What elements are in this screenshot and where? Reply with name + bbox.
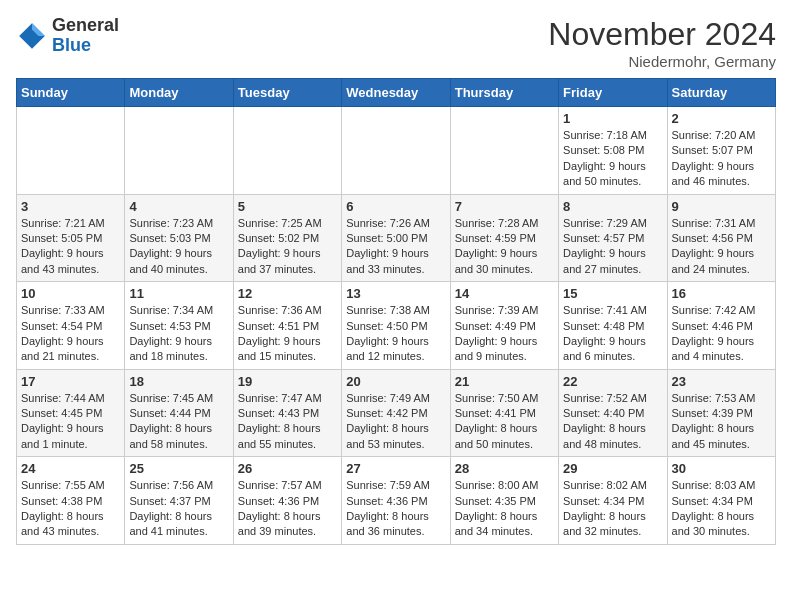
calendar-cell [342, 107, 450, 195]
header-day-thursday: Thursday [450, 79, 558, 107]
day-info: Sunrise: 7:57 AM Sunset: 4:36 PM Dayligh… [238, 478, 337, 540]
header-day-monday: Monday [125, 79, 233, 107]
day-info: Sunrise: 7:36 AM Sunset: 4:51 PM Dayligh… [238, 303, 337, 365]
day-number: 13 [346, 286, 445, 301]
header-row: SundayMondayTuesdayWednesdayThursdayFrid… [17, 79, 776, 107]
title-block: November 2024 Niedermohr, Germany [548, 16, 776, 70]
day-number: 9 [672, 199, 771, 214]
day-number: 5 [238, 199, 337, 214]
calendar-cell: 18Sunrise: 7:45 AM Sunset: 4:44 PM Dayli… [125, 369, 233, 457]
calendar-cell: 25Sunrise: 7:56 AM Sunset: 4:37 PM Dayli… [125, 457, 233, 545]
day-number: 16 [672, 286, 771, 301]
day-info: Sunrise: 7:52 AM Sunset: 4:40 PM Dayligh… [563, 391, 662, 453]
week-row-1: 1Sunrise: 7:18 AM Sunset: 5:08 PM Daylig… [17, 107, 776, 195]
day-number: 25 [129, 461, 228, 476]
week-row-5: 24Sunrise: 7:55 AM Sunset: 4:38 PM Dayli… [17, 457, 776, 545]
calendar-cell: 15Sunrise: 7:41 AM Sunset: 4:48 PM Dayli… [559, 282, 667, 370]
calendar-cell: 13Sunrise: 7:38 AM Sunset: 4:50 PM Dayli… [342, 282, 450, 370]
header-day-sunday: Sunday [17, 79, 125, 107]
day-info: Sunrise: 7:20 AM Sunset: 5:07 PM Dayligh… [672, 128, 771, 190]
calendar-cell: 3Sunrise: 7:21 AM Sunset: 5:05 PM Daylig… [17, 194, 125, 282]
day-info: Sunrise: 8:00 AM Sunset: 4:35 PM Dayligh… [455, 478, 554, 540]
calendar-cell: 12Sunrise: 7:36 AM Sunset: 4:51 PM Dayli… [233, 282, 341, 370]
calendar-table: SundayMondayTuesdayWednesdayThursdayFrid… [16, 78, 776, 545]
day-info: Sunrise: 7:21 AM Sunset: 5:05 PM Dayligh… [21, 216, 120, 278]
day-info: Sunrise: 7:49 AM Sunset: 4:42 PM Dayligh… [346, 391, 445, 453]
calendar-cell: 26Sunrise: 7:57 AM Sunset: 4:36 PM Dayli… [233, 457, 341, 545]
day-number: 18 [129, 374, 228, 389]
calendar-cell: 8Sunrise: 7:29 AM Sunset: 4:57 PM Daylig… [559, 194, 667, 282]
day-number: 8 [563, 199, 662, 214]
calendar-cell: 21Sunrise: 7:50 AM Sunset: 4:41 PM Dayli… [450, 369, 558, 457]
calendar-cell: 29Sunrise: 8:02 AM Sunset: 4:34 PM Dayli… [559, 457, 667, 545]
day-info: Sunrise: 7:38 AM Sunset: 4:50 PM Dayligh… [346, 303, 445, 365]
day-number: 21 [455, 374, 554, 389]
day-number: 23 [672, 374, 771, 389]
location: Niedermohr, Germany [548, 53, 776, 70]
day-info: Sunrise: 7:29 AM Sunset: 4:57 PM Dayligh… [563, 216, 662, 278]
day-info: Sunrise: 7:55 AM Sunset: 4:38 PM Dayligh… [21, 478, 120, 540]
day-number: 24 [21, 461, 120, 476]
calendar-cell: 2Sunrise: 7:20 AM Sunset: 5:07 PM Daylig… [667, 107, 775, 195]
calendar-cell: 30Sunrise: 8:03 AM Sunset: 4:34 PM Dayli… [667, 457, 775, 545]
day-number: 28 [455, 461, 554, 476]
day-number: 1 [563, 111, 662, 126]
calendar-cell [125, 107, 233, 195]
day-info: Sunrise: 7:50 AM Sunset: 4:41 PM Dayligh… [455, 391, 554, 453]
calendar-cell: 16Sunrise: 7:42 AM Sunset: 4:46 PM Dayli… [667, 282, 775, 370]
calendar-cell: 28Sunrise: 8:00 AM Sunset: 4:35 PM Dayli… [450, 457, 558, 545]
day-number: 30 [672, 461, 771, 476]
day-number: 19 [238, 374, 337, 389]
day-number: 27 [346, 461, 445, 476]
day-number: 10 [21, 286, 120, 301]
calendar-cell: 7Sunrise: 7:28 AM Sunset: 4:59 PM Daylig… [450, 194, 558, 282]
day-info: Sunrise: 8:02 AM Sunset: 4:34 PM Dayligh… [563, 478, 662, 540]
calendar-cell [450, 107, 558, 195]
day-info: Sunrise: 7:39 AM Sunset: 4:49 PM Dayligh… [455, 303, 554, 365]
logo-icon [16, 20, 48, 52]
day-info: Sunrise: 7:45 AM Sunset: 4:44 PM Dayligh… [129, 391, 228, 453]
logo: General Blue [16, 16, 119, 56]
week-row-4: 17Sunrise: 7:44 AM Sunset: 4:45 PM Dayli… [17, 369, 776, 457]
day-info: Sunrise: 7:31 AM Sunset: 4:56 PM Dayligh… [672, 216, 771, 278]
calendar-cell: 23Sunrise: 7:53 AM Sunset: 4:39 PM Dayli… [667, 369, 775, 457]
calendar-cell: 11Sunrise: 7:34 AM Sunset: 4:53 PM Dayli… [125, 282, 233, 370]
day-number: 3 [21, 199, 120, 214]
week-row-3: 10Sunrise: 7:33 AM Sunset: 4:54 PM Dayli… [17, 282, 776, 370]
day-number: 20 [346, 374, 445, 389]
calendar-cell: 1Sunrise: 7:18 AM Sunset: 5:08 PM Daylig… [559, 107, 667, 195]
header-day-friday: Friday [559, 79, 667, 107]
day-info: Sunrise: 8:03 AM Sunset: 4:34 PM Dayligh… [672, 478, 771, 540]
calendar-cell: 27Sunrise: 7:59 AM Sunset: 4:36 PM Dayli… [342, 457, 450, 545]
logo-text: General Blue [52, 16, 119, 56]
calendar-cell: 19Sunrise: 7:47 AM Sunset: 4:43 PM Dayli… [233, 369, 341, 457]
day-number: 29 [563, 461, 662, 476]
calendar-cell [17, 107, 125, 195]
calendar-cell: 9Sunrise: 7:31 AM Sunset: 4:56 PM Daylig… [667, 194, 775, 282]
day-number: 14 [455, 286, 554, 301]
calendar-cell: 5Sunrise: 7:25 AM Sunset: 5:02 PM Daylig… [233, 194, 341, 282]
calendar-cell: 24Sunrise: 7:55 AM Sunset: 4:38 PM Dayli… [17, 457, 125, 545]
day-number: 26 [238, 461, 337, 476]
header-day-saturday: Saturday [667, 79, 775, 107]
day-number: 11 [129, 286, 228, 301]
day-number: 2 [672, 111, 771, 126]
day-info: Sunrise: 7:53 AM Sunset: 4:39 PM Dayligh… [672, 391, 771, 453]
month-title: November 2024 [548, 16, 776, 53]
page-header: General Blue November 2024 Niedermohr, G… [16, 16, 776, 70]
calendar-cell: 14Sunrise: 7:39 AM Sunset: 4:49 PM Dayli… [450, 282, 558, 370]
calendar-cell: 20Sunrise: 7:49 AM Sunset: 4:42 PM Dayli… [342, 369, 450, 457]
calendar-cell: 4Sunrise: 7:23 AM Sunset: 5:03 PM Daylig… [125, 194, 233, 282]
calendar-cell: 17Sunrise: 7:44 AM Sunset: 4:45 PM Dayli… [17, 369, 125, 457]
day-info: Sunrise: 7:41 AM Sunset: 4:48 PM Dayligh… [563, 303, 662, 365]
header-day-wednesday: Wednesday [342, 79, 450, 107]
day-number: 22 [563, 374, 662, 389]
day-info: Sunrise: 7:26 AM Sunset: 5:00 PM Dayligh… [346, 216, 445, 278]
day-info: Sunrise: 7:42 AM Sunset: 4:46 PM Dayligh… [672, 303, 771, 365]
day-info: Sunrise: 7:34 AM Sunset: 4:53 PM Dayligh… [129, 303, 228, 365]
day-number: 4 [129, 199, 228, 214]
day-info: Sunrise: 7:59 AM Sunset: 4:36 PM Dayligh… [346, 478, 445, 540]
calendar-cell: 22Sunrise: 7:52 AM Sunset: 4:40 PM Dayli… [559, 369, 667, 457]
logo-blue: Blue [52, 35, 91, 55]
calendar-cell: 6Sunrise: 7:26 AM Sunset: 5:00 PM Daylig… [342, 194, 450, 282]
